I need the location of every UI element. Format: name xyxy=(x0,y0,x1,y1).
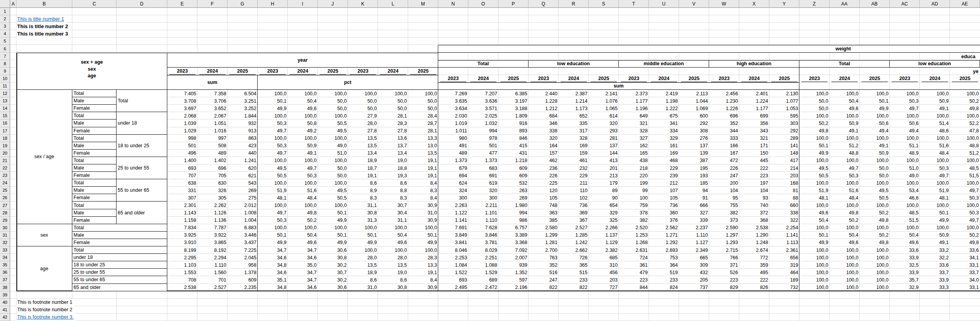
year-cell[interactable]: 2023 xyxy=(529,75,559,82)
cell[interactable]: 916 xyxy=(498,119,529,127)
row-header-30[interactable]: 30 xyxy=(0,224,10,232)
cell[interactable]: 32,9 xyxy=(890,284,920,291)
cell[interactable]: 18,7 xyxy=(348,164,378,172)
column-header-AC[interactable]: AC xyxy=(890,0,920,8)
cell[interactable]: 247 xyxy=(529,276,559,284)
row-label[interactable]: Total xyxy=(72,112,116,119)
cell[interactable]: 195 xyxy=(679,164,709,172)
cell[interactable]: 737 xyxy=(679,284,709,291)
cell[interactable]: 100,0 xyxy=(890,112,920,119)
cell[interactable]: 515 xyxy=(559,269,589,276)
cell[interactable]: 49,5 xyxy=(258,164,288,172)
cell[interactable]: 338 xyxy=(769,209,799,217)
cell[interactable]: 51,9 xyxy=(258,187,288,194)
cell[interactable]: 105 xyxy=(529,194,559,202)
year-cell[interactable]: 2023 xyxy=(348,68,378,75)
cell[interactable]: 214 xyxy=(769,164,799,172)
cell[interactable]: 100,0 xyxy=(860,254,890,261)
row-header-18[interactable]: 18 xyxy=(0,135,10,142)
cell[interactable]: 2.580 xyxy=(529,224,559,232)
cell[interactable]: 100,0 xyxy=(288,112,318,119)
cell[interactable]: 49,7 xyxy=(258,209,288,217)
cell[interactable]: 30,4 xyxy=(378,209,408,217)
cell[interactable]: 49,9 xyxy=(408,239,438,246)
cell[interactable]: 7.358 xyxy=(197,90,228,97)
cell[interactable]: 48,5 xyxy=(950,164,980,172)
cell[interactable]: 28,0 xyxy=(348,119,378,127)
cell[interactable]: 755 xyxy=(709,202,739,209)
cell[interactable]: 50,3 xyxy=(258,217,288,224)
year-cell[interactable]: 2023 xyxy=(619,75,649,82)
cell[interactable]: 994 xyxy=(468,127,498,135)
cell[interactable]: 1.113 xyxy=(769,239,799,246)
cell[interactable]: 49,9 xyxy=(860,105,890,112)
cell[interactable]: 8,9 xyxy=(348,187,378,194)
row-header-26[interactable]: 26 xyxy=(0,194,10,202)
row-label[interactable]: Male xyxy=(72,209,116,217)
cell[interactable]: 2.349 xyxy=(679,246,709,254)
cell[interactable]: 35,7 xyxy=(890,276,920,284)
cell[interactable]: 100,0 xyxy=(950,135,980,142)
cell[interactable]: 100,0 xyxy=(890,157,920,164)
row-group-label[interactable]: age xyxy=(16,246,72,291)
cell[interactable]: 50,1 xyxy=(799,232,830,239)
cell[interactable]: 32,5 xyxy=(890,261,920,269)
select-all-corner[interactable] xyxy=(0,0,10,8)
cell[interactable]: 595 xyxy=(769,112,799,119)
cell[interactable]: 1.214 xyxy=(559,97,589,105)
cell[interactable]: 100,0 xyxy=(950,157,980,164)
cell[interactable]: 693 xyxy=(167,164,197,172)
cell[interactable]: 50,1 xyxy=(920,209,950,217)
cell[interactable]: 1.032 xyxy=(468,119,498,127)
cell[interactable]: 49,8 xyxy=(288,209,318,217)
cell[interactable]: 3.636 xyxy=(468,97,498,105)
cell[interactable]: 693 xyxy=(438,276,468,284)
cell[interactable]: 100,0 xyxy=(830,276,860,284)
cell[interactable]: 33,2 xyxy=(920,246,950,254)
row-header-29[interactable]: 29 xyxy=(0,217,10,224)
cell[interactable]: 212 xyxy=(649,179,679,187)
cell[interactable]: 2.251 xyxy=(468,254,498,261)
cell[interactable]: 1.400 xyxy=(167,157,197,164)
cell[interactable]: 48,8 xyxy=(950,142,980,150)
cell[interactable]: 223 xyxy=(709,276,739,284)
cell[interactable]: 2.141 xyxy=(589,90,619,97)
cell[interactable]: 2.295 xyxy=(167,254,197,261)
cell[interactable]: 50,0 xyxy=(348,97,378,105)
cell[interactable]: 51,6 xyxy=(920,142,950,150)
cell[interactable]: 649 xyxy=(619,112,649,119)
cell[interactable]: 166 xyxy=(709,142,739,150)
cell[interactable]: 13,4 xyxy=(348,150,378,157)
cell[interactable]: 329 xyxy=(589,209,619,217)
cell[interactable]: 986 xyxy=(498,217,529,224)
cell[interactable]: 1.271 xyxy=(649,232,679,239)
cell[interactable]: 1.076 xyxy=(589,97,619,105)
cell[interactable]: 472 xyxy=(709,157,739,164)
cell[interactable]: 34,1 xyxy=(950,254,980,261)
cell[interactable]: 159 xyxy=(559,150,589,157)
cell[interactable]: 100,0 xyxy=(920,112,950,119)
cell[interactable]: 179 xyxy=(589,179,619,187)
row-header-6[interactable]: 6 xyxy=(0,45,10,52)
cell[interactable]: 3.368 xyxy=(498,239,529,246)
cell[interactable]: 3.849 xyxy=(438,232,468,239)
row-header-31[interactable]: 31 xyxy=(0,232,10,239)
cell[interactable]: 100,0 xyxy=(920,135,950,142)
cell[interactable]: 300 xyxy=(438,194,468,202)
cell[interactable]: 3.652 xyxy=(197,105,228,112)
cell[interactable]: 696 xyxy=(709,112,739,119)
cell[interactable]: 81 xyxy=(769,187,799,194)
footnote-2[interactable]: This is footnote number 2 xyxy=(16,306,74,314)
column-header-AD[interactable]: AD xyxy=(920,0,950,8)
cell[interactable]: 50,9 xyxy=(288,142,318,150)
cell[interactable]: 49,4 xyxy=(860,127,890,135)
column-header-AE[interactable]: AE xyxy=(950,0,980,8)
cell[interactable]: 50,4 xyxy=(799,217,830,224)
cell[interactable]: 1.069 xyxy=(679,105,709,112)
cell[interactable]: 213 xyxy=(589,172,619,179)
year-cell[interactable]: 2023 xyxy=(709,75,739,82)
cell[interactable]: 319 xyxy=(769,261,799,269)
cell[interactable]: 1.110 xyxy=(197,261,228,269)
cell[interactable]: 652 xyxy=(559,112,589,119)
cell[interactable]: 100,0 xyxy=(890,90,920,97)
